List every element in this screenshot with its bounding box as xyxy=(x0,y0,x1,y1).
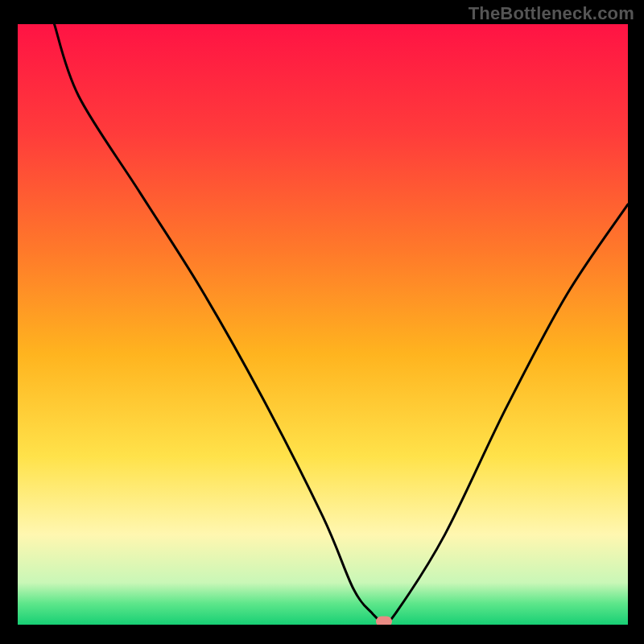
bottleneck-curve xyxy=(18,24,628,625)
plot-area xyxy=(18,24,628,625)
chart-stage: TheBottleneck.com xyxy=(0,0,644,644)
watermark-text: TheBottleneck.com xyxy=(469,3,634,24)
optimum-marker xyxy=(376,617,392,625)
